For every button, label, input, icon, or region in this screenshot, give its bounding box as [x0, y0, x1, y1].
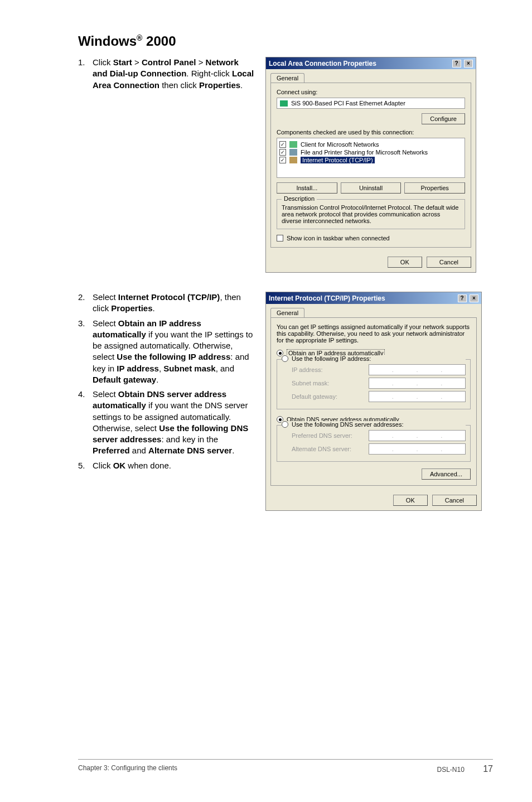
- show-icon-label: Show icon in taskbar when connected: [287, 235, 390, 241]
- step-body: Select Obtain DNS server address automat…: [93, 389, 255, 457]
- radio-use-dns[interactable]: Use the following DNS server addresses:: [282, 421, 466, 428]
- heading: Windows® 2000: [78, 33, 493, 49]
- close-icon[interactable]: ×: [470, 294, 478, 302]
- step-2: 2. Select Internet Protocol (TCP/IP), th…: [78, 292, 255, 315]
- checkbox-icon[interactable]: ✓: [279, 141, 286, 148]
- page-footer: Chapter 3: Configuring the clients DSL-N…: [78, 759, 493, 774]
- radio-use-ip[interactable]: Use the following IP address:: [282, 355, 466, 362]
- dialog-title: Local Area Connection Properties: [269, 60, 376, 67]
- step-body: Select Internet Protocol (TCP/IP), then …: [93, 292, 255, 315]
- description-group: Description Transmission Control Protoco…: [277, 199, 465, 229]
- protocol-icon: [289, 157, 297, 163]
- label-mask: Subnet mask:: [292, 380, 369, 386]
- step-num: 2.: [78, 292, 93, 315]
- titlebar: Internet Protocol (TCP/IP) Properties ? …: [266, 292, 481, 304]
- cancel-button[interactable]: Cancel: [432, 495, 477, 506]
- adapter-field: SiS 900-Based PCI Fast Ethernet Adapter: [277, 98, 465, 109]
- cancel-button[interactable]: Cancel: [427, 257, 471, 268]
- adns-input[interactable]: ...: [369, 443, 466, 455]
- group-dns: Use the following DNS server addresses: …: [277, 425, 471, 462]
- heading-sup: ®: [137, 33, 142, 42]
- mask-input[interactable]: ...: [369, 378, 466, 389]
- step-num: 5.: [78, 460, 93, 471]
- label-components: Components checked are used by this conn…: [277, 129, 465, 136]
- step-body: Select Obtain an IP address automaticall…: [93, 318, 255, 386]
- dialog-lan-properties: Local Area Connection Properties ? × Gen…: [265, 57, 476, 273]
- help-icon[interactable]: ?: [458, 294, 467, 302]
- heading-pre: Windows: [78, 33, 137, 49]
- dialog-tcpip-properties: Internet Protocol (TCP/IP) Properties ? …: [265, 292, 482, 511]
- adapter-name: SiS 900-Based PCI Fast Ethernet Adapter: [291, 100, 405, 107]
- list-item[interactable]: ✓ File and Printer Sharing for Microsoft…: [279, 148, 462, 156]
- step-1: 1. Click Start > Control Panel > Network…: [78, 57, 255, 91]
- uninstall-button[interactable]: Uninstall: [341, 182, 402, 194]
- step-num: 3.: [78, 318, 93, 386]
- label-ip: IP address:: [292, 366, 369, 373]
- install-button[interactable]: Install...: [277, 182, 337, 194]
- pdns-input[interactable]: ...: [369, 430, 466, 441]
- network-card-icon: [280, 100, 288, 107]
- help-icon[interactable]: ?: [452, 60, 461, 67]
- list-item[interactable]: ✓ Internet Protocol (TCP/IP): [279, 156, 462, 164]
- intro-text: You can get IP settings assigned automat…: [277, 323, 471, 344]
- checkbox-icon[interactable]: ✓: [279, 157, 286, 163]
- client-icon: [289, 141, 297, 148]
- dialog-title: Internet Protocol (TCP/IP) Properties: [269, 294, 385, 302]
- step-body: Click Start > Control Panel > Network an…: [93, 57, 255, 91]
- step-body: Click OK when done.: [93, 460, 255, 471]
- ok-button[interactable]: OK: [388, 257, 422, 268]
- ok-button[interactable]: OK: [393, 495, 428, 506]
- tab-general[interactable]: General: [270, 308, 304, 317]
- label-pdns: Preferred DNS server:: [292, 432, 369, 439]
- label-adns: Alternate DNS server:: [292, 446, 369, 452]
- step-3: 3. Select Obtain an IP address automatic…: [78, 318, 255, 386]
- properties-button[interactable]: Properties: [404, 182, 465, 194]
- description-text: Transmission Control Protocol/Internet P…: [282, 204, 460, 224]
- step-4: 4. Select Obtain DNS server address auto…: [78, 389, 255, 457]
- configure-button[interactable]: Configure: [422, 113, 465, 124]
- footer-chapter: Chapter 3: Configuring the clients: [78, 764, 177, 774]
- components-list[interactable]: ✓ Client for Microsoft Networks ✓ File a…: [277, 138, 465, 178]
- close-icon[interactable]: ×: [464, 60, 473, 67]
- titlebar: Local Area Connection Properties ? ×: [266, 57, 476, 69]
- group-ip: Use the following IP address: IP address…: [277, 359, 471, 409]
- step-num: 1.: [78, 57, 93, 91]
- label-connect-using: Connect using:: [277, 89, 465, 95]
- list-item[interactable]: ✓ Client for Microsoft Networks: [279, 141, 462, 148]
- step-5: 5. Click OK when done.: [78, 460, 255, 471]
- ip-input[interactable]: ...: [369, 364, 466, 375]
- checkbox-icon[interactable]: [277, 235, 283, 241]
- share-icon: [289, 149, 297, 156]
- gateway-input[interactable]: ...: [369, 391, 466, 402]
- tab-general[interactable]: General: [270, 73, 304, 83]
- label-gateway: Default gateway:: [292, 393, 369, 400]
- selected-item: Internet Protocol (TCP/IP): [301, 157, 375, 163]
- step-num: 4.: [78, 389, 93, 457]
- advanced-button[interactable]: Advanced...: [422, 468, 471, 480]
- group-title: Description: [282, 195, 317, 202]
- radio-icon[interactable]: [282, 355, 288, 362]
- checkbox-icon[interactable]: ✓: [279, 149, 286, 156]
- radio-icon[interactable]: [282, 421, 288, 428]
- footer-right: DSL-N10 17: [437, 764, 494, 774]
- heading-post: 2000: [142, 33, 176, 49]
